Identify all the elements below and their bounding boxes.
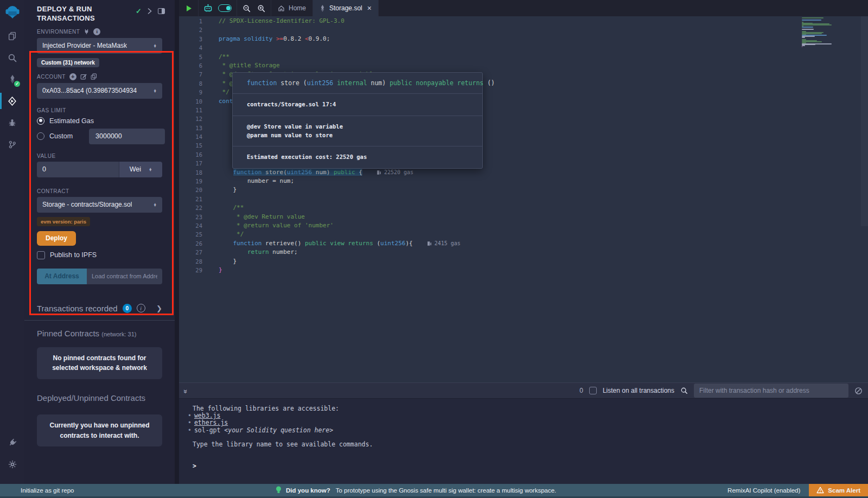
terminal-output[interactable]: The following libraries are accessible:•… [179,399,868,470]
line-number: 22 [179,203,206,212]
terminal-header: » 0 Listen on all transactions [179,382,868,399]
select-arrows-icon: ▲▼ [154,44,157,48]
tooltip-location: contracts/Storage.sol 17:4 [233,94,482,116]
publish-ipfs-checkbox[interactable] [37,251,45,259]
line-number: 3 [179,35,206,43]
close-tab-icon[interactable]: × [367,4,372,12]
line-number: 19 [179,177,206,186]
account-select[interactable]: 0xA03...85ac4 (0.398673504934 ▲▼ [37,83,162,99]
value-unit-select[interactable]: Wei ▲▼ [119,162,162,177]
editor-toolbar: Home Storage.sol × [179,0,868,16]
pinned-contracts-heading: Pinned Contracts (network: 31) [37,329,162,338]
deploy-button[interactable]: Deploy [37,231,76,246]
home-icon [278,5,285,12]
ai-copilot-icon[interactable] [201,4,215,12]
panel-resize-handle[interactable] [175,0,179,484]
contract-value: Storage - contracts/Storage.sol [42,201,132,208]
line-number: 21 [179,195,206,203]
panel-title: DEPLOY & RUN TRANSACTIONS [37,5,132,23]
tip-bold-text: Did you know? [286,487,330,494]
transactions-expand-icon[interactable]: ❯ [156,304,162,312]
contract-select[interactable]: Storage - contracts/Storage.sol ▲▼ [37,197,162,213]
environment-value: Injected Provider - MetaMask [42,42,127,49]
line-number: 9 [179,88,206,97]
line-number: 8 [179,79,206,88]
line-number: 29 [179,266,206,274]
line-number: 28 [179,257,206,266]
value-label: VALUE [37,153,56,159]
main-area: Home Storage.sol × 1// SPDX-License-Iden… [179,0,868,484]
clear-console-icon[interactable] [854,387,863,395]
zoom-out-icon[interactable] [239,4,254,12]
editor-scrollbar[interactable] [861,16,868,226]
select-arrows-icon: ▲▼ [149,168,152,171]
gas-estimate-widget: 2415 gas [427,239,461,248]
select-arrows-icon: ▲▼ [154,89,157,93]
line-number: 27 [179,248,206,257]
status-bar: Initialize as git repo Did you know? To … [0,484,868,496]
line-number: 12 [179,114,206,123]
environment-info-icon[interactable]: i [93,28,100,35]
did-you-know-tip: Did you know? To prototype using the Gno… [276,486,556,494]
section-divider [24,320,175,321]
at-address-input[interactable] [87,269,162,284]
select-arrows-icon: ▲▼ [154,203,157,207]
tab-home-label: Home [289,4,306,12]
zoom-in-icon[interactable] [254,4,269,12]
terminal-link[interactable]: ethers.js [194,419,228,426]
listen-all-label: Listen on all transactions [603,387,674,394]
value-input[interactable] [37,162,119,177]
terminal-link[interactable]: web3.js [194,412,220,419]
file-explorer-icon[interactable] [0,25,24,47]
line-number: 18 [179,168,206,177]
scam-alert-button[interactable]: Scam Alert [809,484,868,496]
custom-gas-label: Custom [49,132,73,140]
environment-select[interactable]: Injected Provider - MetaMask ▲▼ [37,38,162,54]
pin-panel-icon[interactable] [158,8,165,14]
network-badge: Custom (31) network [37,58,99,67]
scam-alert-label: Scam Alert [828,487,860,494]
custom-gas-radio[interactable] [37,132,44,140]
plugin-manager-icon[interactable] [0,432,24,454]
run-script-button[interactable] [181,5,196,12]
terminal-filter-input[interactable] [694,384,848,398]
publish-ipfs-label: Publish to IPFS [50,251,97,259]
panel-forward-icon[interactable] [148,8,152,14]
terminal-search-icon [680,387,688,394]
deploy-and-run-icon[interactable] [0,90,24,112]
copilot-status[interactable]: RemixAI Copilot (enabled) [727,487,800,494]
add-account-icon[interactable]: + [69,73,76,80]
line-number: 2 [179,25,206,34]
estimated-gas-radio[interactable] [37,117,44,125]
settings-gear-icon[interactable] [0,454,24,475]
git-init-button[interactable]: Initialize as git repo [21,487,74,494]
line-number: 20 [179,186,206,194]
deploy-run-panel: DEPLOY & RUN TRANSACTIONS ✓ ENVIRONMENT … [24,0,175,484]
tab-storage-sol[interactable]: Storage.sol × [312,0,379,16]
collapse-terminal-icon[interactable]: » [182,389,190,392]
hover-tooltip: function store (uint256 internal num) pu… [232,72,483,169]
transactions-info-icon[interactable]: i [137,304,145,312]
tab-home[interactable]: Home [271,0,312,16]
copy-address-icon[interactable] [91,73,97,80]
solidity-compiler-icon[interactable]: ✓ [0,68,24,90]
line-number: 1 [179,17,206,25]
listen-all-checkbox[interactable] [589,387,597,394]
git-icon[interactable] [0,133,24,155]
sign-message-icon[interactable] [80,73,87,80]
custom-gas-input[interactable] [89,129,165,144]
search-icon[interactable] [0,47,24,68]
pinned-network-subtitle: (network: 31) [101,331,136,337]
remix-logo-icon[interactable] [0,0,24,25]
line-number: 11 [179,106,206,114]
code-editor[interactable]: 1// SPDX-License-Identifier: GPL-3.023pr… [179,16,868,382]
debugger-icon[interactable] [0,112,24,133]
at-address-button[interactable]: At Address [37,269,87,284]
tooltip-gas-cost: Estimated execution cost: 22520 gas [233,146,482,168]
minimap[interactable] [785,17,861,66]
line-number: 14 [179,132,206,141]
compile-success-badge: ✓ [14,81,20,87]
terminal-tx-count: 0 [579,387,583,394]
copilot-toggle[interactable] [218,4,232,12]
line-number: 23 [179,213,206,221]
